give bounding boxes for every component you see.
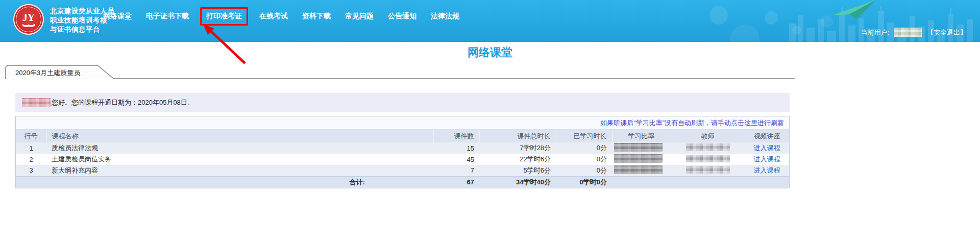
page-title: 网络课堂 [0,45,980,60]
col-row-number: 行号 [16,130,46,142]
nav-print-admission-ticket[interactable]: 打印准考证 [200,7,248,26]
table-row: 1 质检员法律法规 15 7学时28分 0分 进入课程 [16,142,789,154]
refresh-notice-row: 如果听课后“学习比率”没有自动刷新，请手动点击这里进行刷新 [16,116,789,130]
redacted-teacher-name [686,155,730,162]
content-panel: 2020年3月土建质量员 您好。您的课程开通日期为：2020年05月08日。 如… [5,64,795,188]
current-user-label: 当前用户: [861,28,889,37]
course-name: 质检员法律法规 [46,142,433,154]
redacted-progress-bar [614,143,663,152]
platform-logo: JY [13,4,44,35]
course-name: 土建质检员岗位实务 [46,154,433,165]
total-row: 合计: 67 34学时40分 0学时0分 [16,176,789,188]
col-studied-duration: 已学习时长 [556,130,612,142]
redacted-student-name [22,98,51,107]
user-bar: 当前用户: 【安全退出】 [861,28,967,37]
decor-circle [709,6,728,25]
nav-announcements[interactable]: 公告通知 [385,9,420,23]
col-teacher: 教师 [671,130,745,142]
col-study-ratio: 学习比率 [612,130,671,142]
total-courseware-count: 67 [433,176,479,188]
courseware-count: 15 [433,142,479,154]
greeting-notice: 您好。您的课程开通日期为：2020年05月08日。 [15,93,790,112]
courseware-count: 7 [433,165,479,176]
course-table: 行号 课程名称 课件数 课件总时长 已学习时长 学习比率 教师 视频讲座 1 质… [16,130,789,188]
redacted-progress-bar [614,165,663,174]
row-number: 2 [16,154,46,165]
tab-course-batch[interactable]: 2020年3月土建质量员 [5,64,115,79]
redacted-progress-bar [614,154,663,163]
total-studied-sum: 0学时0分 [556,176,612,188]
col-video-lecture: 视频讲座 [745,130,789,142]
nav-online-exam[interactable]: 在线考试 [256,9,291,23]
main-nav: 网络课堂 电子证书下载 打印准考证 在线考试 资料下载 常见问题 公告通知 法律… [100,0,462,33]
table-row: 3 新大纲补充内容 7 5学时6分 0分 进入课程 [16,165,789,176]
total-duration: 7学时28分 [479,142,556,154]
screen: JY 北京建设类从业人员 职业技能培训考核 与证书信息平台 网络课堂 电子证书下… [0,0,980,241]
enter-course-link[interactable]: 进入课程 [754,155,780,163]
decor-circle [821,15,833,28]
row-number: 1 [16,142,46,154]
total-label: 合计: [16,176,433,188]
row-number: 3 [16,165,46,176]
enter-course-link[interactable]: 进入课程 [754,166,780,174]
studied-duration: 0分 [556,154,612,165]
nav-faq[interactable]: 常见问题 [342,9,377,23]
nav-laws-regulations[interactable]: 法律法规 [428,9,462,23]
panel-top-border [5,78,795,79]
nav-online-classroom[interactable]: 网络课堂 [100,9,135,23]
studied-duration: 0分 [556,165,612,176]
enter-course-link[interactable]: 进入课程 [754,144,780,152]
studied-duration: 0分 [556,142,612,154]
refresh-link[interactable]: 如果听课后“学习比率”没有自动刷新，请手动点击这里进行刷新 [600,118,784,128]
total-duration-sum: 34学时40分 [479,176,556,188]
courseware-count: 45 [433,154,479,165]
nav-material-download[interactable]: 资料下载 [299,9,334,23]
col-total-duration: 课件总时长 [479,130,556,142]
decor-circle [792,26,801,35]
decor-circle [730,25,760,42]
greeting-text: 您好。您的课程开通日期为：2020年05月08日。 [52,98,194,107]
course-name: 新大纲补充内容 [46,165,433,176]
logo-book-icon [22,23,35,28]
nav-certificate-download[interactable]: 电子证书下载 [143,9,192,23]
course-table-container: 如果听课后“学习比率”没有自动刷新，请手动点击这里进行刷新 行号 课程名称 课件… [15,116,790,188]
total-duration: 5学时6分 [479,165,556,176]
logout-link[interactable]: 【安全退出】 [927,28,967,37]
table-header-row: 行号 课程名称 课件数 课件总时长 已学习时长 学习比率 教师 视频讲座 [16,130,789,142]
paper-plane-decoration [832,0,883,20]
redacted-username [894,28,922,37]
col-courseware-count: 课件数 [433,130,479,142]
decor-circle [765,11,778,25]
table-row: 2 土建质检员岗位实务 45 22学时6分 0分 进入课程 [16,154,789,165]
total-duration: 22学时6分 [479,154,556,165]
col-course-name: 课程名称 [46,130,433,142]
tab-strip: 2020年3月土建质量员 [5,64,795,79]
top-header: JY 北京建设类从业人员 职业技能培训考核 与证书信息平台 网络课堂 电子证书下… [0,0,980,42]
logo-jy-text: JY [22,12,35,22]
tab-label: 2020年3月土建质量员 [15,68,80,78]
redacted-teacher-name [686,143,730,151]
redacted-teacher-name [686,166,730,174]
